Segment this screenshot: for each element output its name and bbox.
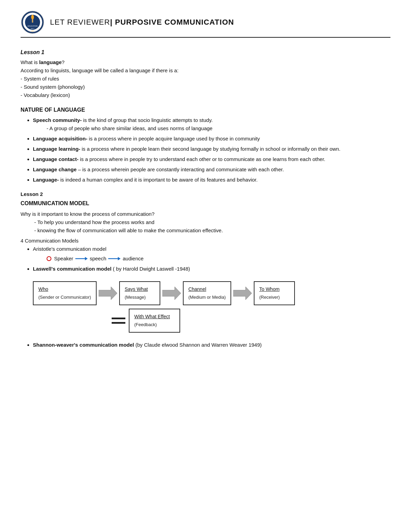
nature-of-language-section: NATURE OF LANGUAGE Speech community- is …	[21, 106, 390, 184]
page-header: EDUCATION DEPT 1997 LET REVIEWER| PURPOS…	[21, 10, 390, 38]
reason1: - To help you understand how the process…	[21, 218, 390, 226]
aristotle-speaker: Speaker	[54, 255, 73, 263]
models-list: Aristotle's communication model Speaker …	[21, 245, 390, 349]
box-channel-sub: (Medium or Media)	[188, 294, 226, 301]
svg-marker-11	[118, 257, 121, 260]
svg-marker-9	[85, 257, 88, 260]
svg-marker-14	[233, 287, 252, 300]
list-item: Speech community- is the kind of group t…	[33, 116, 390, 133]
language-word: language	[39, 59, 62, 65]
svg-point-3	[31, 15, 34, 20]
nature-heading: NATURE OF LANGUAGE	[21, 106, 390, 114]
nature-list: Speech community- is the kind of group t…	[21, 116, 390, 184]
bullet-system-of-rules: - System of rules	[21, 75, 390, 83]
block-arrow-svg1	[99, 287, 117, 300]
language-learning-term: Language learning-	[33, 146, 80, 152]
svg-text:EDUCATION: EDUCATION	[27, 25, 37, 27]
header-title: LET REVIEWER| PURPOSIVE COMMUNICATION	[50, 18, 234, 27]
box-who-sub: (Sender or Communicator)	[38, 294, 91, 301]
list-item: Language acquisition- is a process where…	[33, 135, 390, 143]
language-acquisition-term: Language acquisition-	[33, 136, 87, 141]
lesson2-title: Lesson 2	[21, 190, 390, 198]
laswell-diagram-row1: Who (Sender or Communicator) Says What (…	[33, 281, 390, 305]
list-item: Language- is indeed a human complex and …	[33, 176, 390, 184]
laswell-sub: ( by Harold Dwight Laswell -1948)	[111, 266, 190, 272]
language-change-term: Language change	[33, 166, 77, 172]
laswell-diagram-row2: With What Effect (Feedback)	[108, 309, 390, 333]
list-item: Language contact- is a process where in …	[33, 155, 390, 163]
diagram-arrow1	[99, 287, 117, 300]
diagram-box-who: Who (Sender or Communicator)	[33, 281, 97, 305]
aristotle-label: Aristotle's communication model	[33, 246, 107, 252]
equals-line1	[112, 318, 125, 319]
diagram-arrow2	[162, 287, 181, 300]
svg-text:1997: 1997	[31, 30, 35, 32]
bullet-vocabulary: - Vocabulary (lexicon)	[21, 91, 390, 99]
box-to-whom-title: To Whom	[259, 285, 279, 293]
why-important: Why is it important to know the process …	[21, 210, 390, 218]
box-to-whom-sub: (Receiver)	[259, 294, 280, 301]
arrow1-icon	[75, 256, 88, 262]
svg-text:DEPT: DEPT	[31, 28, 35, 29]
list-item: Language learning- is a process where in…	[33, 145, 390, 153]
block-arrow-svg3	[233, 287, 252, 300]
language-intro: According to linguists, language will be…	[21, 66, 390, 75]
equals-icon	[112, 316, 125, 325]
arrow2-icon	[108, 256, 121, 262]
laswell-label: Laswell's communication model	[33, 266, 111, 272]
reason2: - knowing the flow of communication will…	[21, 226, 390, 235]
diagram-box-channel: Channel (Medium or Media)	[183, 281, 231, 305]
svg-rect-4	[32, 19, 33, 23]
shannon-sub: (by Claude elwood Shannon and Warren Wea…	[134, 342, 262, 348]
diagram-box-effect: With What Effect (Feedback)	[129, 309, 180, 333]
box-says-what-sub: (Message)	[125, 294, 146, 301]
speech-community-sub: - A group of people who share similar id…	[33, 124, 390, 133]
list-item: Shannon-weaver's communication model (by…	[33, 341, 390, 349]
diagram-box-to-whom: To Whom (Receiver)	[254, 281, 295, 305]
lesson2-section: Lesson 2 COMMUNICATION MODEL Why is it i…	[21, 190, 390, 349]
aristotle-audience: audience	[123, 255, 144, 263]
four-models-label: 4 Communication Models	[21, 237, 390, 245]
aristotle-row: Speaker speech audience	[47, 255, 390, 263]
bullet-sound-system: - Sound system (phonology)	[21, 83, 390, 91]
language-contact-term: Language contact-	[33, 156, 78, 162]
aristotle-speech: speech	[90, 255, 106, 263]
box-effect-title: With What Effect	[134, 313, 170, 320]
block-arrow-svg2	[162, 287, 181, 300]
box-says-what-title: Says What	[125, 285, 148, 293]
list-item: Language change – is a process wherein p…	[33, 165, 390, 174]
equals-line2	[112, 322, 125, 324]
red-circle-icon	[47, 256, 51, 261]
shannon-label: Shannon-weaver's communication model	[33, 342, 134, 348]
diagram-arrow3	[233, 287, 252, 300]
arrow-svg	[75, 256, 88, 262]
header-title-text: LET REVIEWER| PURPOSIVE COMMUNICATION	[50, 18, 234, 26]
svg-marker-13	[162, 287, 181, 300]
what-is-language: What is language?	[21, 58, 390, 66]
list-item: Aristotle's communication model Speaker …	[33, 245, 390, 263]
box-who-title: Who	[38, 285, 48, 293]
box-effect-sub: (Feedback)	[134, 321, 157, 329]
svg-marker-12	[99, 287, 117, 300]
diagram-box-says-what: Says What (Message)	[119, 281, 160, 305]
arrow-svg2	[108, 256, 121, 262]
comm-model-heading: COMMUNICATION MODEL	[21, 199, 390, 208]
lesson1-section: Lesson 1 What is language? According to …	[21, 48, 390, 99]
list-item: Laswell's communication model ( by Harol…	[33, 265, 390, 333]
lesson1-title: Lesson 1	[21, 48, 390, 57]
speech-community-term: Speech community-	[33, 117, 82, 123]
box-channel-title: Channel	[188, 285, 206, 293]
logo-icon: EDUCATION DEPT 1997	[21, 10, 45, 34]
language-term: Language-	[33, 177, 59, 183]
